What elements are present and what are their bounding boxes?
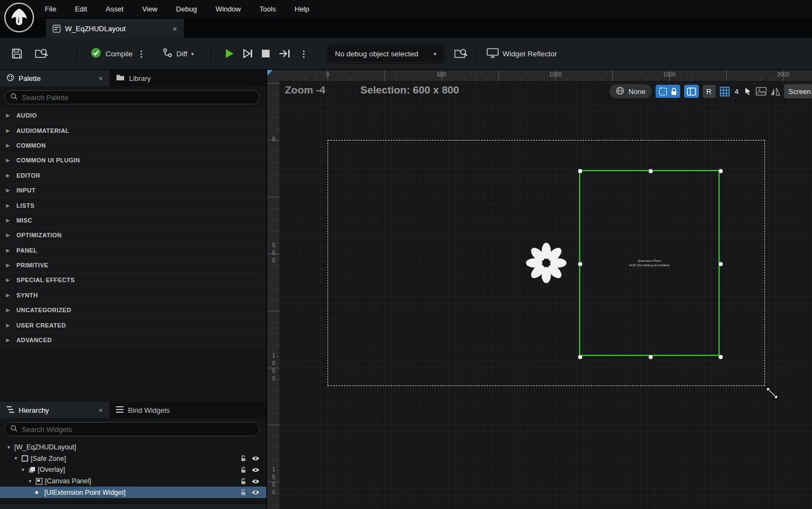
- compile-button[interactable]: Compile: [90, 47, 133, 60]
- horizontal-ruler[interactable]: 0500100015002000: [279, 70, 812, 81]
- eye-icon[interactable]: [252, 489, 260, 495]
- resize-handle[interactable]: [718, 262, 723, 267]
- asset-tab[interactable]: W_EqZHUDLayout ×: [46, 19, 184, 38]
- palette-category[interactable]: ▶EDITOR: [0, 168, 266, 183]
- tab-hierarchy[interactable]: Hierarchy ×: [0, 402, 109, 418]
- close-icon[interactable]: ×: [173, 25, 177, 33]
- screen-fill-dropdown[interactable]: Screen: [784, 84, 812, 98]
- chevron-right-icon[interactable]: ▶: [6, 248, 10, 253]
- chevron-down-icon[interactable]: ▼: [7, 445, 14, 450]
- play-to-end-button[interactable]: [278, 48, 291, 59]
- designer-viewport[interactable]: Zoom -4 Selection: 600 x 800 None: [279, 81, 812, 509]
- chevron-right-icon[interactable]: ▶: [6, 277, 10, 283]
- chevron-right-icon[interactable]: ▶: [6, 143, 10, 148]
- hierarchy-row[interactable]: ▼[W_EqZHUDLayout]: [0, 442, 266, 453]
- chevron-down-icon[interactable]: ▼: [21, 467, 28, 472]
- browse-debug-object-button[interactable]: [454, 48, 468, 60]
- chevron-right-icon[interactable]: ▶: [6, 113, 10, 118]
- hierarchy-row[interactable]: ▼[Canvas Panel]: [0, 476, 266, 487]
- menu-asset[interactable]: Asset: [106, 5, 124, 13]
- palette-category[interactable]: ▶UNCATEGORIZED: [0, 303, 266, 318]
- play-options-icon[interactable]: ⋮: [300, 49, 308, 59]
- chevron-right-icon[interactable]: ▶: [6, 232, 10, 238]
- palette-category[interactable]: ▶MISC: [0, 213, 266, 228]
- browse-to-asset-button[interactable]: [35, 48, 48, 60]
- resize-handle[interactable]: [578, 262, 583, 267]
- eye-icon[interactable]: [252, 467, 260, 473]
- palette-category[interactable]: ▶AUDIOMATERIAL: [0, 123, 266, 138]
- lock-icon[interactable]: [240, 489, 247, 496]
- resolution-r-button[interactable]: R: [703, 85, 716, 98]
- menu-debug[interactable]: Debug: [176, 5, 197, 13]
- palette-category[interactable]: ▶ADVANCED: [0, 333, 266, 348]
- chevron-right-icon[interactable]: ▶: [6, 337, 10, 343]
- resize-handle[interactable]: [718, 169, 723, 174]
- menu-tools[interactable]: Tools: [259, 5, 276, 13]
- palette-category[interactable]: ▶OPTIMIZATION: [0, 228, 266, 243]
- palette-category[interactable]: ▶PANEL: [0, 243, 266, 258]
- eye-icon[interactable]: [252, 455, 260, 461]
- cursor-tool-icon[interactable]: [744, 87, 752, 96]
- hierarchy-search-input[interactable]: [22, 425, 254, 434]
- lock-icon[interactable]: [240, 455, 247, 462]
- resize-handle[interactable]: [648, 169, 653, 174]
- preview-image-icon[interactable]: [756, 87, 767, 96]
- menu-view[interactable]: View: [142, 5, 157, 13]
- menu-edit[interactable]: Edit: [75, 5, 87, 13]
- lock-icon[interactable]: [670, 87, 677, 96]
- save-button[interactable]: [11, 48, 23, 60]
- close-icon[interactable]: ×: [98, 74, 103, 83]
- columns-icon[interactable]: [687, 87, 696, 96]
- menu-file[interactable]: File: [45, 5, 56, 13]
- hierarchy-row[interactable]: ◆[UIExtension Point Widget]: [0, 487, 266, 498]
- chevron-right-icon[interactable]: ▶: [6, 292, 10, 298]
- unreal-engine-logo[interactable]: [3, 2, 35, 33]
- palette-category[interactable]: ▶COMMON UI PLUGIN: [0, 153, 266, 168]
- chevron-right-icon[interactable]: ▶: [6, 128, 10, 133]
- palette-category[interactable]: ▶SYNTH: [0, 288, 266, 303]
- palette-category[interactable]: ▶PRIMITIVE: [0, 258, 266, 273]
- grid-snap-icon[interactable]: [720, 86, 730, 97]
- resize-handle[interactable]: [578, 355, 583, 360]
- tab-bind-widgets[interactable]: Bind Widgets: [109, 402, 177, 418]
- selected-widget-bounds[interactable]: Extension Point HUD Slot Debug AnimValue: [579, 170, 720, 356]
- stop-button[interactable]: [260, 48, 271, 59]
- vertical-ruler[interactable]: 050010001500: [267, 81, 279, 509]
- chevron-right-icon[interactable]: ▶: [6, 262, 10, 268]
- debug-object-dropdown[interactable]: No debug object selected ▾: [327, 45, 445, 63]
- tab-palette[interactable]: Palette ×: [0, 70, 109, 86]
- menu-help[interactable]: Help: [295, 5, 309, 13]
- chevron-right-icon[interactable]: ▶: [6, 307, 10, 313]
- chevron-right-icon[interactable]: ▶: [6, 157, 10, 163]
- grid-snap-size[interactable]: 4: [735, 87, 739, 96]
- resize-handle[interactable]: [718, 355, 723, 360]
- hierarchy-scrollbar[interactable]: [0, 503, 266, 509]
- compile-options-icon[interactable]: ⋮: [137, 49, 146, 59]
- tab-library[interactable]: Library: [109, 70, 157, 86]
- chevron-right-icon[interactable]: ▶: [6, 218, 10, 223]
- palette-category[interactable]: ▶AUDIO: [0, 108, 266, 123]
- play-button[interactable]: [223, 48, 235, 60]
- widget-reflector-button[interactable]: Widget Reflector: [487, 48, 557, 60]
- palette-category[interactable]: ▶COMMON: [0, 138, 266, 153]
- lock-icon[interactable]: [240, 478, 247, 485]
- diff-button[interactable]: Diff ▾: [162, 48, 194, 60]
- chevron-right-icon[interactable]: ▶: [6, 173, 10, 178]
- frame-skip-button[interactable]: [242, 48, 254, 60]
- palette-search-input[interactable]: [22, 93, 254, 102]
- palette-category[interactable]: ▶INPUT: [0, 183, 266, 198]
- hierarchy-search[interactable]: [4, 422, 260, 436]
- lock-icon[interactable]: [240, 466, 247, 473]
- palette-category[interactable]: ▶USER CREATED: [0, 318, 266, 332]
- hierarchy-row[interactable]: ▼[Safe Zone]: [0, 453, 266, 465]
- chevron-right-icon[interactable]: ▶: [6, 203, 10, 208]
- resize-handle[interactable]: [578, 169, 583, 174]
- palette-category[interactable]: ▶LISTS: [0, 198, 266, 213]
- menu-window[interactable]: Window: [215, 5, 241, 13]
- close-icon[interactable]: ×: [98, 406, 103, 414]
- dashed-bounds-icon[interactable]: [658, 87, 668, 96]
- palette-search[interactable]: [4, 90, 260, 104]
- chevron-right-icon[interactable]: ▶: [6, 188, 10, 193]
- chevron-down-icon[interactable]: ▼: [14, 456, 21, 461]
- hierarchy-row[interactable]: ▼[Overlay]: [0, 464, 266, 476]
